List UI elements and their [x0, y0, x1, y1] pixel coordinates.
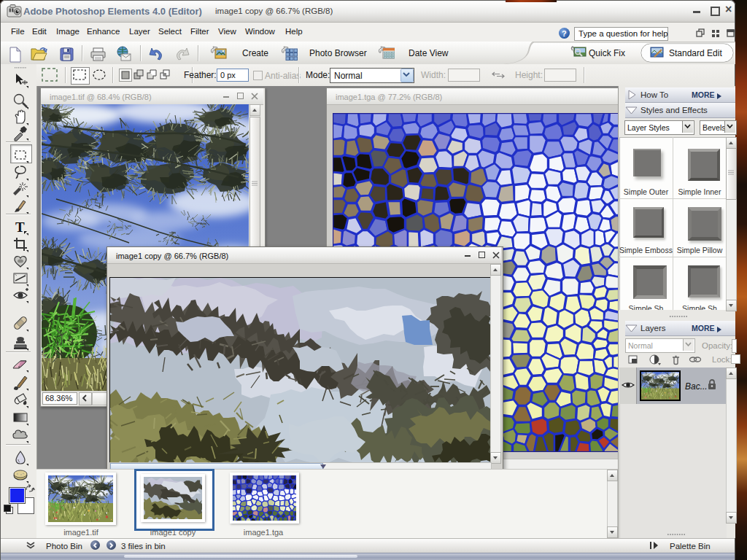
svg-text:T: T — [15, 219, 25, 235]
